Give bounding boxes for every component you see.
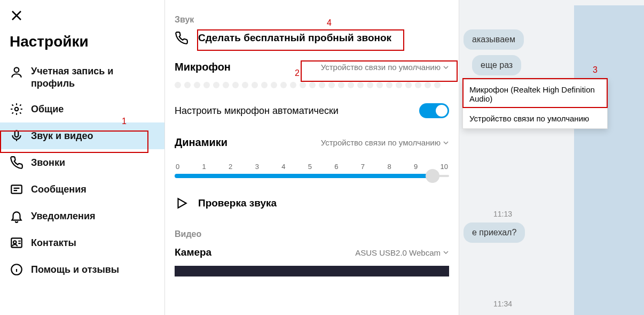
- settings-sidebar: Настройки Учетная запись и профиль Общие…: [0, 0, 165, 315]
- chat-bubble: еще раз: [472, 55, 521, 75]
- chat-bubble: аказываем: [464, 29, 524, 50]
- sidebar-item-calls[interactable]: Звонки: [0, 149, 164, 176]
- chat-time: 11:34: [493, 299, 512, 308]
- test-sound-button[interactable]: Проверка звука: [175, 196, 449, 210]
- sidebar-item-label: Звук и видео: [31, 130, 93, 142]
- slider-thumb[interactable]: [426, 169, 439, 183]
- microphone-label: Микрофон: [175, 61, 231, 73]
- microphone-icon: [10, 129, 23, 143]
- sidebar-item-label: Общие: [31, 104, 64, 115]
- auto-adjust-label: Настроить микрофон автоматически: [175, 105, 339, 117]
- settings-content: Звук Сделать бесплатный пробный звонок М…: [165, 0, 459, 315]
- sidebar-item-contacts[interactable]: Контакты: [0, 229, 164, 256]
- right-blue-panel: [574, 5, 644, 315]
- svg-marker-7: [178, 198, 186, 208]
- sidebar-item-label: Сообщения: [31, 184, 87, 195]
- annotation-num-4: 4: [327, 18, 332, 28]
- chat-time: 11:13: [493, 210, 512, 218]
- camera-label: Камера: [175, 247, 211, 258]
- slider-tick-labels: 012345678910: [175, 163, 449, 171]
- sidebar-item-label: Контакты: [31, 237, 76, 249]
- chevron-down-icon: [443, 249, 449, 256]
- chevron-down-icon: [443, 140, 449, 146]
- speakers-label: Динамики: [175, 136, 227, 149]
- sidebar-item-audio-video[interactable]: Звук и видео: [0, 122, 164, 149]
- chevron-down-icon: [443, 64, 449, 71]
- message-icon: [10, 182, 23, 196]
- play-icon: [175, 196, 191, 210]
- microphone-row: Микрофон Устройство связи по умолчанию: [175, 61, 449, 73]
- video-section-header: Видео: [175, 229, 449, 239]
- phone-icon: [10, 156, 23, 170]
- bell-icon: [10, 209, 23, 223]
- test-call-button[interactable]: Сделать бесплатный пробный звонок: [175, 31, 449, 45]
- dropdown-option-default[interactable]: Устройство связи по умолчанию: [463, 109, 607, 128]
- sidebar-item-label: Помощь и отзывы: [31, 264, 119, 275]
- dropdown-option-realtek[interactable]: Микрофон (Realtek High Definition Audio): [463, 80, 607, 109]
- contacts-icon: [10, 236, 23, 250]
- camera-row: Камера ASUS USB2.0 Webcam: [175, 247, 449, 258]
- sidebar-item-label: Уведомления: [31, 211, 96, 222]
- test-sound-label: Проверка звука: [198, 197, 277, 209]
- speakers-row: Динамики Устройство связи по умолчанию: [175, 136, 449, 149]
- sidebar-item-label: Звонки: [31, 157, 65, 168]
- sidebar-item-label: Учетная запись и профиль: [31, 65, 155, 89]
- test-call-label: Сделать бесплатный пробный звонок: [198, 32, 391, 44]
- phone-icon: [175, 31, 191, 45]
- svg-point-1: [15, 107, 19, 111]
- svg-point-0: [14, 67, 19, 72]
- camera-preview: [175, 266, 449, 276]
- sidebar-item-messages[interactable]: Сообщения: [0, 176, 164, 203]
- svg-rect-3: [11, 185, 22, 193]
- annotation-num-2: 2: [295, 68, 300, 78]
- svg-rect-2: [15, 130, 19, 137]
- volume-slider[interactable]: 012345678910: [175, 163, 449, 178]
- speakers-device-select[interactable]: Устройство связи по умолчанию: [321, 138, 449, 147]
- annotation-num-1: 1: [122, 117, 127, 126]
- microphone-dropdown-menu[interactable]: Микрофон (Realtek High Definition Audio)…: [462, 79, 608, 129]
- info-icon: [10, 263, 23, 276]
- annotation-num-3: 3: [593, 65, 598, 75]
- settings-title: Настройки: [10, 33, 89, 50]
- chat-bubble: е приехал?: [464, 222, 525, 243]
- svg-point-5: [13, 241, 16, 243]
- microphone-level-meter: [175, 82, 449, 88]
- camera-device-select[interactable]: ASUS USB2.0 Webcam: [355, 248, 449, 257]
- person-icon: [10, 65, 23, 79]
- sidebar-item-general[interactable]: Общие: [0, 96, 164, 122]
- gear-icon: [10, 102, 23, 116]
- close-icon[interactable]: [11, 10, 22, 21]
- microphone-device-select[interactable]: Устройство связи по умолчанию: [321, 63, 449, 72]
- sidebar-item-help[interactable]: Помощь и отзывы: [0, 256, 164, 283]
- sound-section-header: Звук: [175, 15, 449, 25]
- sidebar-item-notifications[interactable]: Уведомления: [0, 203, 164, 229]
- auto-adjust-toggle[interactable]: [419, 103, 449, 118]
- sidebar-item-account[interactable]: Учетная запись и профиль: [0, 59, 164, 96]
